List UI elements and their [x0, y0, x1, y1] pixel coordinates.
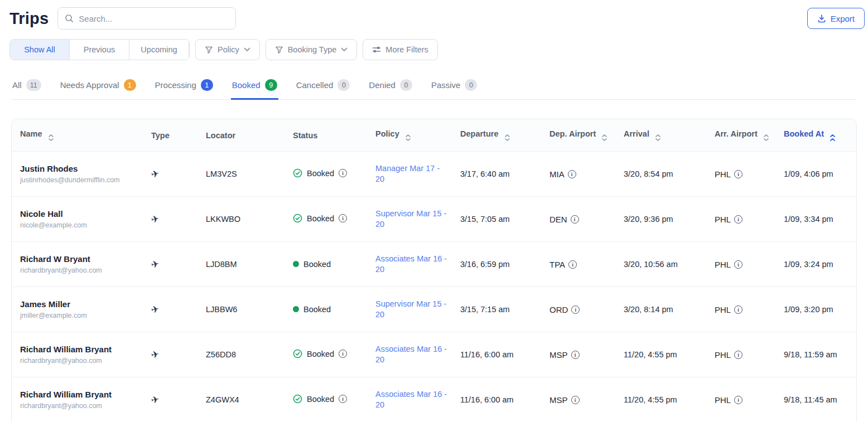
departure-time: 11/16, 6:00 am [452, 377, 541, 422]
status-tab[interactable]: Denied 0 [368, 76, 413, 100]
column-header[interactable]: Departure [452, 119, 541, 152]
booking-type-filter-dropdown[interactable]: Booking Type [266, 39, 358, 60]
dep-airport-info-icon[interactable]: i [571, 215, 579, 224]
status-info-icon[interactable]: i [339, 214, 347, 222]
status-label: Booked [307, 350, 334, 358]
tab-label: Processing [155, 80, 196, 90]
table-row[interactable]: Justin Rhodes justinrhodes@dundermifflin… [12, 152, 856, 197]
column-header-label: Booked At [784, 129, 824, 138]
arr-airport-info-icon[interactable]: i [734, 396, 742, 404]
dep-airport-code: DEN [549, 215, 567, 224]
booking-type-filter-label: Booking Type [288, 45, 337, 54]
airplane-icon: ✈ [150, 348, 160, 361]
dep-airport-info-icon[interactable]: i [571, 351, 580, 359]
booked-at: 1/09, 3:24 pm [775, 242, 856, 287]
status-tab[interactable]: Booked 9 [231, 76, 278, 100]
arr-airport-info-icon[interactable]: i [734, 260, 742, 269]
column-header[interactable]: Arrival [615, 119, 706, 152]
arr-airport-info-icon[interactable]: i [734, 351, 742, 359]
arr-airport-code: PHL [715, 350, 731, 360]
status-tab[interactable]: All 11 [11, 76, 42, 100]
column-header[interactable]: Arr. Airport [706, 119, 775, 152]
policy-link[interactable]: Associates Mar 16 - 20 [375, 254, 447, 275]
column-header[interactable]: Policy [367, 119, 452, 152]
dep-airport-info-icon[interactable]: i [568, 170, 576, 178]
policy-filter-dropdown[interactable]: Policy [195, 39, 260, 60]
sort-arrows-icon [505, 134, 510, 141]
column-header[interactable]: Locator [197, 119, 284, 152]
booked-at: 9/18, 11:45 am [775, 377, 856, 422]
tab-count-badge: 11 [26, 79, 41, 91]
arrival-time: 3/20, 8:14 pm [615, 287, 706, 332]
status-info-icon[interactable]: i [339, 169, 347, 177]
booked-dot-icon [293, 306, 299, 312]
traveler-email: jmiller@example.com [20, 312, 138, 319]
search-input[interactable] [79, 14, 229, 23]
table-row[interactable]: Richard William Bryant richardbryant@yah… [12, 332, 856, 377]
sort-arrows-icon [49, 134, 54, 141]
booked-check-icon [293, 349, 302, 358]
dep-airport-info-icon[interactable]: i [571, 396, 580, 404]
policy-link[interactable]: Associates Mar 16 - 20 [375, 389, 447, 410]
status-info-icon[interactable]: i [339, 350, 347, 358]
departure-time: 11/16, 6:00 am [452, 332, 541, 377]
trips-table: Name Type [12, 119, 856, 422]
locator: LJD8BM [197, 242, 284, 287]
dep-airport: MSP i [549, 395, 580, 405]
tab-label: Booked [232, 80, 261, 90]
table-row[interactable]: Nicole Hall nicole@example.com ✈ LKKWBO [12, 197, 856, 242]
dep-airport: MSP i [549, 350, 580, 360]
column-header-label: Departure [460, 129, 499, 138]
column-header[interactable]: Name [12, 119, 143, 152]
status-tab[interactable]: Passive 0 [430, 76, 479, 100]
table-row[interactable]: Richard W Bryant richardbryant@yahoo.com… [12, 242, 856, 287]
policy-link[interactable]: Supervisor Mar 15 - 20 [375, 208, 447, 230]
traveler-email: justinrhodes@dundermifflin.com [20, 176, 138, 184]
range-filter-button[interactable]: Show All [10, 40, 70, 60]
range-filter-button[interactable]: Previous [70, 40, 129, 60]
column-header[interactable]: Status [284, 119, 367, 152]
column-header[interactable]: Type [143, 119, 197, 152]
dep-airport-info-icon[interactable]: i [568, 260, 577, 269]
policy-link[interactable]: Manager Mar 17 - 20 [375, 163, 447, 185]
status-tab[interactable]: Needs Approval 1 [59, 76, 137, 100]
status-badge: Booked i [293, 349, 347, 358]
traveler-name: Nicole Hall [20, 209, 138, 219]
arr-airport: PHL i [715, 260, 742, 269]
table-row[interactable]: James Miller jmiller@example.com ✈ LJBBW… [12, 287, 856, 332]
arr-airport: PHL i [715, 169, 742, 179]
column-header[interactable]: Dep. Airport [541, 119, 615, 152]
dep-airport: ORD i [549, 305, 580, 314]
arr-airport-info-icon[interactable]: i [734, 170, 742, 178]
locator: LKKWBO [197, 197, 284, 242]
range-filter-button[interactable]: Upcoming [129, 40, 189, 60]
arr-airport: PHL i [715, 350, 742, 360]
departure-time: 3/16, 6:59 pm [452, 242, 541, 287]
arr-airport: PHL i [715, 215, 742, 224]
sort-arrows-icon [602, 134, 607, 141]
policy-link[interactable]: Supervisor Mar 15 - 20 [375, 299, 447, 320]
arr-airport-info-icon[interactable]: i [734, 215, 742, 224]
table-header-row: Name Type [12, 119, 856, 152]
column-header-label: Name [20, 129, 42, 138]
column-header[interactable]: Booked At [775, 119, 856, 152]
arr-airport-info-icon[interactable]: i [734, 305, 742, 314]
status-info-icon[interactable]: i [339, 395, 347, 403]
traveler-name: James Miller [20, 299, 138, 309]
status-tab[interactable]: Cancelled 0 [295, 76, 351, 100]
traveler-name: Richard William Bryant [20, 345, 138, 354]
dep-airport-info-icon[interactable]: i [571, 305, 580, 314]
search-box[interactable] [57, 7, 236, 30]
booked-at: 1/09, 4:06 pm [775, 152, 856, 197]
search-icon [65, 14, 74, 23]
status-label: Booked [307, 214, 334, 223]
status-tab[interactable]: Processing 1 [154, 76, 214, 100]
booked-at: 9/18, 11:59 am [775, 332, 856, 377]
export-button[interactable]: Export [807, 8, 865, 29]
table-row[interactable]: Richard William Bryant richardbryant@yah… [12, 377, 856, 422]
policy-link[interactable]: Associates Mar 16 - 20 [375, 344, 447, 365]
tab-count-badge: 0 [337, 79, 350, 91]
traveler-email: nicole@example.com [20, 221, 138, 229]
traveler-email: richardbryant@yahoo.com [20, 266, 138, 274]
more-filters-button[interactable]: More Filters [363, 39, 438, 60]
